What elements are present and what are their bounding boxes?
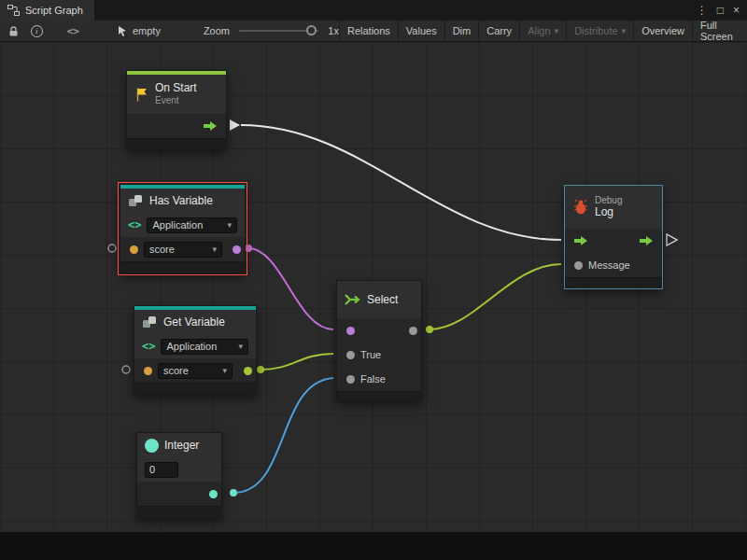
toolbar-button-group: Relations Values Dim Carry Align ▾ Distr… [339, 21, 747, 41]
pointer-icon [117, 25, 128, 37]
tab-script-graph[interactable]: Script Graph [0, 0, 94, 21]
node-footer [337, 391, 421, 400]
caret-down-icon: ▾ [222, 366, 227, 375]
true-input-port[interactable] [346, 351, 355, 359]
selection-status-label: empty [133, 25, 161, 36]
variable-kind-icon: <> [142, 340, 155, 353]
carry-button[interactable]: Carry [478, 21, 519, 41]
control-output-port[interactable] [640, 236, 653, 245]
node-title: Log [595, 206, 622, 219]
zoom-label: Zoom [204, 25, 230, 36]
true-label: True [360, 349, 381, 360]
dim-button[interactable]: Dim [444, 21, 479, 41]
zoom-slider-handle[interactable] [306, 25, 317, 35]
values-button[interactable]: Values [398, 21, 444, 41]
value-output-port[interactable] [209, 490, 218, 498]
message-label: Message [588, 259, 630, 271]
node-subtitle: Event [155, 95, 197, 106]
graph-canvas[interactable]: On Start Event Has [0, 42, 747, 532]
caret-down-icon: ▾ [212, 245, 217, 254]
hasvariable-fallback-input-port[interactable] [108, 245, 116, 252]
node-footer [127, 138, 226, 149]
bug-icon [572, 199, 589, 216]
window-bottom-chrome [0, 532, 747, 560]
maximize-button[interactable]: □ [717, 4, 724, 17]
caret-down-icon: ▾ [238, 342, 243, 351]
variable-name-value: score [149, 244, 175, 255]
node-debug-log[interactable]: Debug Log Message [564, 185, 663, 289]
dim-label: Dim [453, 25, 472, 36]
control-flow-arrow-start [230, 119, 240, 131]
wire-getvariable-to-select-true[interactable] [261, 354, 333, 370]
wire-control-onstart-to-log[interactable] [241, 125, 561, 240]
fullscreen-button[interactable]: Full Screen [692, 21, 747, 41]
node-select[interactable]: Select True False [336, 280, 422, 401]
node-footer [565, 277, 662, 288]
wire-hasvariable-to-select[interactable] [248, 248, 333, 329]
values-label: Values [406, 25, 437, 36]
control-flow-arrow-end[interactable] [667, 234, 677, 245]
node-title: Has Variable [149, 194, 213, 207]
distribute-button[interactable]: Distribute ▾ [566, 21, 633, 41]
overview-button[interactable]: Overview [633, 21, 692, 41]
variable-name-dropdown[interactable]: score ▾ [144, 242, 222, 258]
more-menu-button[interactable]: ⋮ [697, 4, 708, 17]
variable-name-input-port[interactable] [130, 245, 138, 254]
node-title: Get Variable [163, 315, 225, 329]
variable-name-dropdown[interactable]: score ▾ [158, 363, 233, 379]
node-get-variable[interactable]: Get Variable <> Application ▾ score ▾ [134, 305, 257, 395]
node-has-variable[interactable]: Has Variable <> Application ▾ score ▾ [120, 184, 246, 273]
select-icon [345, 293, 361, 306]
wire-integer-to-select-false[interactable] [233, 378, 333, 493]
code-brackets-icon[interactable]: <> [67, 25, 79, 37]
close-button[interactable]: × [733, 4, 740, 17]
lock-icon[interactable] [7, 25, 20, 37]
node-title: Select [367, 293, 398, 306]
align-button[interactable]: Align ▾ [519, 21, 566, 41]
scope-dropdown-value: Application [166, 341, 217, 352]
relations-button[interactable]: Relations [339, 21, 398, 41]
tab-label: Script Graph [25, 5, 83, 16]
caret-down-icon: ▾ [227, 220, 232, 230]
info-icon[interactable]: i [31, 25, 43, 37]
result-output-port[interactable] [233, 245, 241, 254]
fullscreen-label: Full Screen [700, 20, 740, 42]
scope-dropdown-value: Application [152, 219, 203, 231]
getvariable-fallback-input-port[interactable] [122, 366, 130, 373]
value-output-port[interactable] [244, 367, 252, 375]
false-input-port[interactable] [346, 375, 355, 384]
hasvariable-output-dot[interactable] [245, 245, 252, 252]
variables-icon [142, 315, 158, 329]
scope-dropdown[interactable]: Application ▾ [147, 217, 237, 233]
graph-toolbar: i <> empty Zoom 1x Relations Values Dim … [0, 21, 747, 42]
false-label: False [360, 373, 386, 385]
flag-icon [134, 87, 149, 103]
caret-down-icon: ▾ [555, 26, 559, 35]
select-output-dot[interactable] [426, 326, 433, 333]
tab-bar: Script Graph ⋮ □ × [0, 0, 747, 21]
caret-down-icon: ▾ [622, 26, 627, 35]
distribute-label: Distribute [574, 25, 617, 36]
variable-kind-icon: <> [128, 218, 141, 231]
control-input-port[interactable] [574, 236, 587, 245]
variable-name-input-port[interactable] [144, 367, 152, 375]
getvariable-output-dot[interactable] [257, 366, 264, 373]
integer-output-dot[interactable] [230, 489, 237, 497]
zoom-value: 1x [328, 25, 339, 36]
integer-value-input[interactable] [145, 462, 178, 478]
control-output-port[interactable] [204, 121, 217, 131]
align-label: Align [528, 25, 550, 36]
zoom-slider[interactable] [239, 30, 318, 32]
result-output-port[interactable] [409, 327, 417, 335]
node-footer [134, 383, 256, 394]
script-graph-window: Script Graph ⋮ □ × i <> empty Zoom 1x [0, 0, 747, 560]
node-on-start[interactable]: On Start Event [126, 70, 227, 150]
node-footer [120, 261, 245, 273]
overview-label: Overview [641, 25, 684, 36]
wire-select-to-log-message[interactable] [430, 264, 561, 329]
node-integer[interactable]: Integer [136, 432, 222, 518]
condition-input-port[interactable] [346, 327, 355, 335]
relations-label: Relations [347, 25, 390, 36]
message-input-port[interactable] [574, 261, 583, 270]
scope-dropdown[interactable]: Application ▾ [161, 339, 248, 355]
